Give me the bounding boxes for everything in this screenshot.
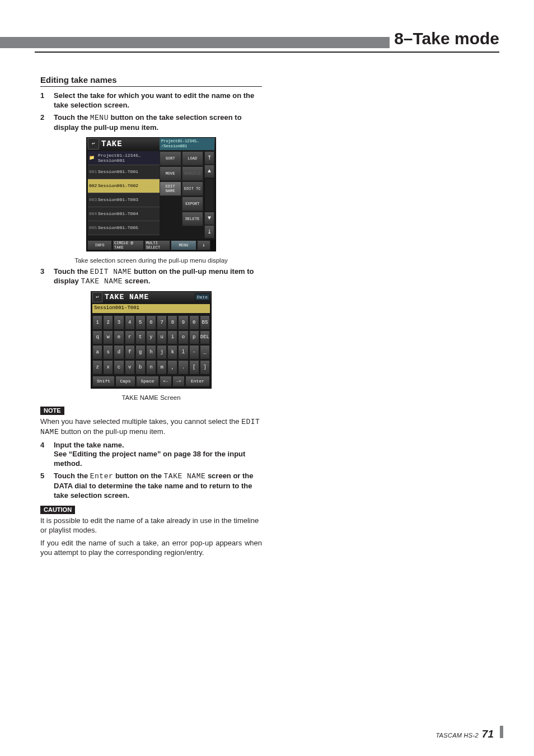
key[interactable]: _ — [200, 345, 210, 360]
session-header-row[interactable]: 📁 Project01-12345…Session001 — [88, 151, 160, 165]
key[interactable]: h — [146, 345, 156, 360]
step-number-1: 1 — [40, 91, 47, 110]
key[interactable]: 5 — [135, 315, 146, 330]
key[interactable]: , — [167, 360, 177, 375]
key[interactable]: [ — [189, 360, 199, 375]
scroll-up-icon[interactable]: ▲ — [204, 165, 214, 178]
step-number-3: 3 — [40, 267, 47, 287]
step-5-text: Touch the Enter button on the TAKE NAME … — [54, 472, 262, 500]
page-header: 8–Take mode — [35, 29, 499, 53]
key[interactable]: w — [103, 330, 113, 345]
scroll-down-icon[interactable]: ▼ — [204, 212, 214, 225]
key[interactable]: z — [92, 360, 102, 375]
key[interactable]: 8 — [167, 315, 177, 330]
key[interactable]: y — [146, 330, 156, 345]
menu-export[interactable]: EXPORT — [182, 197, 204, 211]
key[interactable]: 6 — [146, 315, 156, 330]
figure-take-name: ↩ TAKE NAME Date Session001-T001 1234567… — [40, 291, 262, 391]
key-right-arrow[interactable]: -> — [172, 376, 185, 387]
key[interactable]: m — [157, 360, 167, 375]
scroll-top-icon[interactable]: ⤒ — [204, 151, 214, 165]
key[interactable]: 7 — [157, 315, 167, 330]
screenshot-take-name-keyboard: ↩ TAKE NAME Date Session001-T001 1234567… — [91, 291, 212, 389]
step-5-button-1: Enter — [90, 472, 114, 480]
key[interactable]: o — [178, 330, 188, 345]
step-5-mid: button on the — [113, 472, 163, 480]
key[interactable]: ] — [200, 360, 210, 375]
key[interactable]: t — [135, 330, 146, 345]
key[interactable]: c — [114, 360, 124, 375]
step-1-text: Select the take for which you want to ed… — [54, 91, 262, 110]
name-input-field[interactable]: Session001-T001 — [92, 304, 210, 313]
key-shift[interactable]: Shift — [92, 376, 115, 387]
breadcrumb[interactable]: Project01-12345… /Session001 — [160, 138, 214, 150]
key[interactable]: k — [167, 345, 177, 360]
key-left-arrow[interactable]: <- — [160, 376, 172, 387]
bottom-menu[interactable]: MENU — [171, 240, 196, 250]
key[interactable]: g — [135, 345, 146, 360]
key[interactable]: u — [157, 330, 167, 345]
screenshot-take-list: ↩ TAKE Project01-12345… /Session001 📁 Pr… — [86, 137, 216, 251]
menu-rebuild[interactable]: REBUILD — [182, 166, 204, 181]
back-icon[interactable]: ↩ — [88, 138, 99, 150]
footer-accent-bar — [500, 726, 503, 738]
key[interactable]: d — [114, 345, 124, 360]
key[interactable]: f — [125, 345, 135, 360]
key-delete[interactable]: DEL — [200, 330, 210, 345]
key[interactable]: i — [167, 330, 177, 345]
bottom-multi-select[interactable]: MULTI SELECT — [144, 240, 170, 250]
key[interactable]: n — [146, 360, 156, 375]
key[interactable]: p — [189, 330, 199, 345]
menu-load[interactable]: LOAD — [182, 151, 204, 166]
key[interactable]: 2 — [103, 315, 113, 330]
note-badge: NOTE — [40, 407, 64, 415]
key[interactable]: 4 — [125, 315, 135, 330]
figure-2-caption: TAKE NAME Screen — [40, 394, 262, 401]
key[interactable]: 0 — [189, 315, 199, 330]
bottom-circle-take[interactable]: CIRCLE @ TAKE — [113, 240, 144, 250]
step-number-5: 5 — [40, 472, 47, 500]
scroll-bottom-icon[interactable]: ⤓ — [204, 225, 214, 239]
menu-edit-name[interactable]: EDIT NAME — [160, 181, 181, 196]
key[interactable]: x — [103, 360, 113, 375]
section-heading: Editing take names — [40, 75, 262, 87]
key-enter[interactable]: Enter — [185, 376, 210, 387]
key[interactable]: l — [178, 345, 188, 360]
note-text: When you have selected multiple takes, y… — [40, 417, 262, 437]
step-3-pre: Touch the — [54, 267, 90, 276]
key[interactable]: 9 — [178, 315, 188, 330]
key[interactable]: 3 — [114, 315, 124, 330]
key[interactable]: b — [135, 360, 146, 375]
key-backspace[interactable]: BS — [200, 315, 210, 330]
key-space[interactable]: Space — [136, 376, 159, 387]
header-grey-bar — [0, 37, 390, 48]
key[interactable]: q — [92, 330, 102, 345]
take-row[interactable]: 003Session001-T003 — [88, 193, 160, 207]
key[interactable]: . — [178, 360, 188, 375]
step-3-text: Touch the EDIT NAME button on the pull-u… — [54, 267, 262, 287]
key[interactable]: e — [114, 330, 124, 345]
take-row[interactable]: 005Session001-T005 — [88, 221, 160, 235]
take-row[interactable]: 004Session001-T004 — [88, 207, 160, 221]
take-row[interactable]: 001Session001-T001 — [88, 165, 160, 179]
menu-move[interactable]: MOVE — [160, 166, 181, 181]
back-icon[interactable]: ↩ — [92, 292, 102, 302]
key-caps[interactable]: Caps — [115, 376, 135, 387]
date-button[interactable]: Date — [195, 293, 210, 301]
bottom-close-icon[interactable]: ⤓ — [197, 240, 210, 250]
step-4-body: See “Editing the project name” on page 3… — [54, 450, 245, 468]
key[interactable]: j — [157, 345, 167, 360]
bottom-info[interactable]: INFO — [87, 240, 112, 250]
take-row-selected[interactable]: 002Session001-T002 — [88, 179, 160, 193]
menu-edit-tc[interactable]: EDIT TC — [182, 181, 204, 196]
session-header-text: Project01-12345…Session001 — [98, 153, 158, 163]
key[interactable]: s — [103, 345, 113, 360]
key[interactable]: r — [125, 330, 135, 345]
key[interactable]: a — [92, 345, 102, 360]
scroll-track[interactable] — [204, 178, 214, 212]
key[interactable]: - — [189, 345, 199, 360]
key[interactable]: v — [125, 360, 135, 375]
menu-delete[interactable]: DELETE — [182, 212, 204, 226]
key[interactable]: 1 — [92, 315, 102, 330]
menu-sort[interactable]: SORT — [160, 151, 181, 166]
